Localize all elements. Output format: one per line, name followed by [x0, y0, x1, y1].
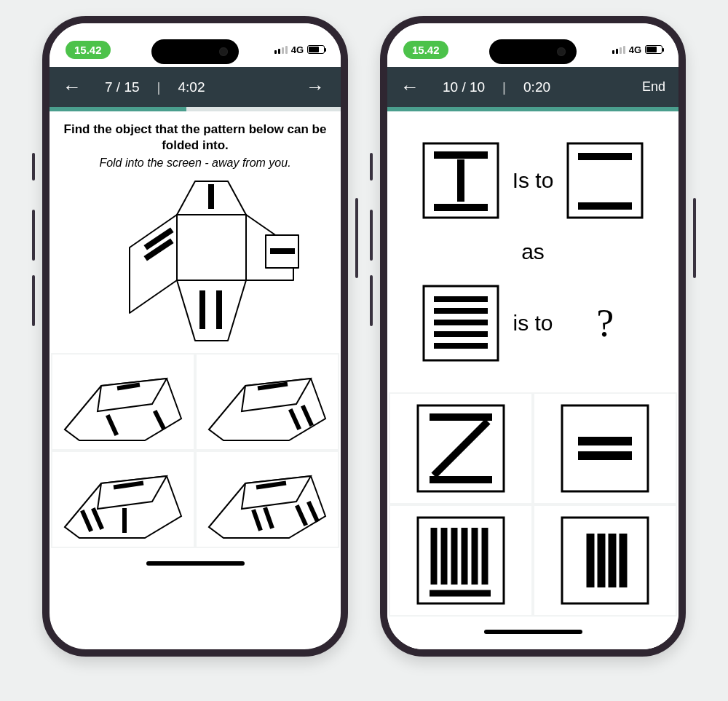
- answer-option-4[interactable]: [534, 506, 676, 615]
- phone-mockup-right: 15.42 4G ← 10 / 10 | 0:20 End Is to as i…: [380, 16, 686, 657]
- answer-grid: [51, 353, 339, 548]
- analogy-word-is-to: Is to: [513, 168, 554, 193]
- question-figure: [50, 174, 341, 353]
- time-pill: 15.42: [66, 41, 111, 59]
- signal-icon: [612, 45, 625, 54]
- question-prompt: Find the object that the pattern below c…: [50, 111, 341, 174]
- question-counter: 10 / 10: [443, 79, 485, 95]
- next-button[interactable]: →: [306, 76, 328, 98]
- end-button[interactable]: End: [642, 79, 665, 95]
- timer: 4:02: [178, 79, 205, 95]
- answer-option-1[interactable]: [390, 394, 531, 503]
- answer-option-1[interactable]: [52, 355, 194, 449]
- analogy-term-c: [421, 283, 501, 363]
- analogy-term-b: [565, 140, 645, 221]
- svg-rect-52: [562, 405, 648, 491]
- question-counter: 7 / 15: [105, 79, 140, 95]
- analogy-word-is-to-2: is to: [513, 311, 554, 336]
- analogy-term-a: [421, 140, 501, 221]
- analogy-figure: Is to as is to ?: [387, 111, 678, 381]
- status-right: 4G: [274, 44, 325, 55]
- signal-icon: [274, 45, 288, 54]
- nav-separator: |: [502, 79, 506, 95]
- network-label: 4G: [629, 44, 641, 55]
- battery-icon: [645, 45, 662, 54]
- analogy-question-mark: ?: [565, 301, 645, 346]
- answer-grid: [389, 392, 677, 617]
- analogy-word-as: as: [421, 239, 646, 264]
- battery-icon: [307, 45, 325, 54]
- phone-mockup-left: 15.42 4G ← 7 / 15 | 4:02 → Find the obje…: [42, 16, 348, 657]
- network-label: 4G: [291, 44, 304, 55]
- nav-bar: ← 10 / 10 | 0:20 End: [387, 67, 678, 107]
- svg-marker-5: [177, 280, 246, 341]
- dynamic-island: [489, 39, 577, 64]
- nav-bar: ← 7 / 15 | 4:02 →: [50, 67, 341, 107]
- nav-separator: |: [157, 79, 161, 95]
- question-hint: Fold into the screen - away from you.: [63, 157, 328, 170]
- answer-option-2[interactable]: [197, 355, 338, 449]
- svg-line-14: [119, 385, 138, 388]
- answer-option-2[interactable]: [534, 394, 676, 503]
- time-pill: 15.42: [403, 41, 448, 59]
- svg-rect-2: [177, 215, 246, 280]
- answer-option-4[interactable]: [197, 452, 338, 547]
- status-right: 4G: [612, 44, 662, 55]
- answer-option-3[interactable]: [52, 452, 194, 547]
- answer-option-3[interactable]: [390, 506, 531, 615]
- question-text: Find the object that the pattern below c…: [63, 122, 328, 154]
- dynamic-island: [151, 39, 239, 64]
- home-indicator: [484, 630, 582, 634]
- back-button[interactable]: ←: [400, 76, 422, 98]
- home-indicator: [146, 561, 245, 566]
- timer: 0:20: [523, 79, 550, 95]
- back-button[interactable]: ←: [63, 76, 84, 98]
